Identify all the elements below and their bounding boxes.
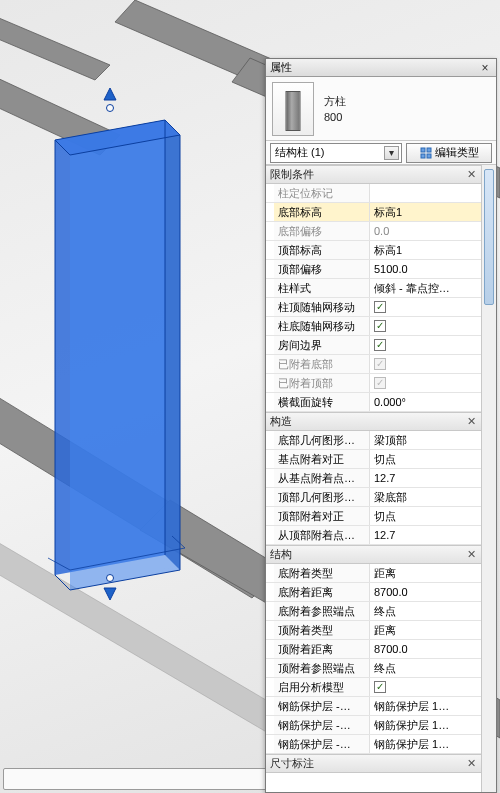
- group-header[interactable]: 限制条件✕: [266, 165, 481, 184]
- property-row[interactable]: 钢筋保护层 -…钢筋保护层 1…: [266, 716, 481, 735]
- property-row[interactable]: 启用分析模型✓: [266, 678, 481, 697]
- property-row[interactable]: 顶部偏移5100.0: [266, 260, 481, 279]
- property-row[interactable]: 柱底随轴网移动✓: [266, 317, 481, 336]
- group-name: 限制条件: [270, 167, 465, 182]
- group-header[interactable]: 结构✕: [266, 545, 481, 564]
- expand-icon: ✕: [465, 757, 477, 770]
- property-label: 顶部标高: [278, 243, 322, 258]
- svg-rect-22: [421, 148, 425, 152]
- selected-column[interactable]: [48, 120, 185, 590]
- property-value: 梁底部: [374, 490, 407, 505]
- property-row[interactable]: 已附着顶部✓: [266, 374, 481, 393]
- property-value: 0.000°: [374, 396, 406, 408]
- property-value: 钢筋保护层 1…: [374, 737, 449, 752]
- property-label: 横截面旋转: [278, 395, 333, 410]
- property-label: 底附着参照端点: [278, 604, 355, 619]
- property-label: 钢筋保护层 -…: [278, 699, 351, 714]
- property-row[interactable]: 底附着类型距离: [266, 564, 481, 583]
- property-value: 钢筋保护层 1…: [374, 699, 449, 714]
- property-value: 切点: [374, 452, 396, 467]
- property-label: 底部标高: [278, 205, 322, 220]
- property-label: 底部几何图形…: [278, 433, 355, 448]
- property-label: 从基点附着点…: [278, 471, 355, 486]
- property-row[interactable]: 横截面旋转0.000°: [266, 393, 481, 412]
- property-row[interactable]: 从基点附着点…12.7: [266, 469, 481, 488]
- property-value: 标高1: [374, 243, 402, 258]
- checkbox-icon[interactable]: ✓: [374, 301, 386, 313]
- property-row[interactable]: 从顶部附着点…12.7: [266, 526, 481, 545]
- group-header[interactable]: 构造✕: [266, 412, 481, 431]
- property-row[interactable]: 底部几何图形…梁顶部: [266, 431, 481, 450]
- svg-marker-0: [0, 10, 110, 80]
- property-label: 柱底随轴网移动: [278, 319, 355, 334]
- property-label: 底部偏移: [278, 224, 322, 239]
- edit-type-icon: [420, 147, 432, 159]
- property-value: 8700.0: [374, 586, 408, 598]
- property-row[interactable]: 底部标高标高1: [266, 203, 481, 222]
- property-label: 房间边界: [278, 338, 322, 353]
- instance-filter-dropdown[interactable]: 结构柱 (1) ▾: [270, 143, 402, 163]
- property-value: 5100.0: [374, 263, 408, 275]
- panel-title: 属性: [270, 60, 478, 75]
- property-label: 已附着顶部: [278, 376, 333, 391]
- property-list: 限制条件✕柱定位标记底部标高标高1底部偏移0.0顶部标高标高1顶部偏移5100.…: [266, 165, 496, 792]
- property-row[interactable]: 顶部几何图形…梁底部: [266, 488, 481, 507]
- type-thumbnail: [272, 82, 314, 136]
- svg-marker-12: [104, 88, 116, 100]
- checkbox-icon[interactable]: ✓: [374, 320, 386, 332]
- property-label: 柱定位标记: [278, 186, 333, 201]
- property-label: 基点附着对正: [278, 452, 344, 467]
- type-family: 方柱: [324, 94, 346, 109]
- property-row[interactable]: 柱定位标记: [266, 184, 481, 203]
- property-row[interactable]: 已附着底部✓: [266, 355, 481, 374]
- checkbox-icon[interactable]: ✓: [374, 339, 386, 351]
- svg-rect-25: [427, 154, 431, 158]
- edit-type-button[interactable]: 编辑类型: [406, 143, 492, 163]
- property-row[interactable]: 柱样式倾斜 - 靠点控…: [266, 279, 481, 298]
- group-name: 尺寸标注: [270, 756, 465, 771]
- property-row[interactable]: 柱顶随轴网移动✓: [266, 298, 481, 317]
- svg-marker-10: [70, 135, 180, 590]
- property-row[interactable]: 基点附着对正切点: [266, 450, 481, 469]
- property-row[interactable]: 钢筋保护层 -…钢筋保护层 1…: [266, 697, 481, 716]
- instance-row: 结构柱 (1) ▾ 编辑类型: [266, 141, 496, 165]
- instance-filter-label: 结构柱 (1): [275, 145, 325, 160]
- properties-panel: 属性 × 方柱 800 结构柱 (1) ▾ 编辑类型 限制条件✕柱定位标记底部标…: [265, 58, 497, 793]
- property-row[interactable]: 房间边界✓: [266, 336, 481, 355]
- checkbox-icon[interactable]: ✓: [374, 681, 386, 693]
- property-row[interactable]: 底部偏移0.0: [266, 222, 481, 241]
- property-row[interactable]: 顶附着类型距离: [266, 621, 481, 640]
- property-scrollbar[interactable]: [481, 165, 496, 792]
- property-row[interactable]: 顶附着距离8700.0: [266, 640, 481, 659]
- expand-icon: ✕: [465, 415, 477, 428]
- property-label: 顶部几何图形…: [278, 490, 355, 505]
- type-selector[interactable]: 方柱 800: [266, 77, 496, 141]
- property-label: 柱样式: [278, 281, 311, 296]
- property-label: 顶部偏移: [278, 262, 322, 277]
- property-label: 钢筋保护层 -…: [278, 718, 351, 733]
- scrollbar-thumb[interactable]: [484, 169, 494, 305]
- property-label: 从顶部附着点…: [278, 528, 355, 543]
- svg-marker-14: [104, 588, 116, 600]
- property-label: 钢筋保护层 -…: [278, 737, 351, 752]
- property-row[interactable]: 顶部标高标高1: [266, 241, 481, 260]
- property-label: 柱顶随轴网移动: [278, 300, 355, 315]
- property-row[interactable]: 顶部附着对正切点: [266, 507, 481, 526]
- panel-close-button[interactable]: ×: [478, 61, 492, 75]
- property-label: 已附着底部: [278, 357, 333, 372]
- type-text: 方柱 800: [324, 94, 346, 123]
- group-name: 结构: [270, 547, 465, 562]
- property-row[interactable]: 钢筋保护层 -…钢筋保护层 1…: [266, 735, 481, 754]
- property-value: 0.0: [374, 225, 389, 237]
- svg-point-15: [107, 575, 114, 582]
- property-label: 顶附着类型: [278, 623, 333, 638]
- property-row[interactable]: 底附着参照端点终点: [266, 602, 481, 621]
- property-value: 距离: [374, 566, 396, 581]
- group-header[interactable]: 尺寸标注✕: [266, 754, 481, 773]
- property-row[interactable]: 底附着距离8700.0: [266, 583, 481, 602]
- property-value: 钢筋保护层 1…: [374, 718, 449, 733]
- property-row[interactable]: 顶附着参照端点终点: [266, 659, 481, 678]
- checkbox-icon: ✓: [374, 358, 386, 370]
- link-icon[interactable]: [32, 771, 48, 787]
- svg-point-13: [107, 105, 114, 112]
